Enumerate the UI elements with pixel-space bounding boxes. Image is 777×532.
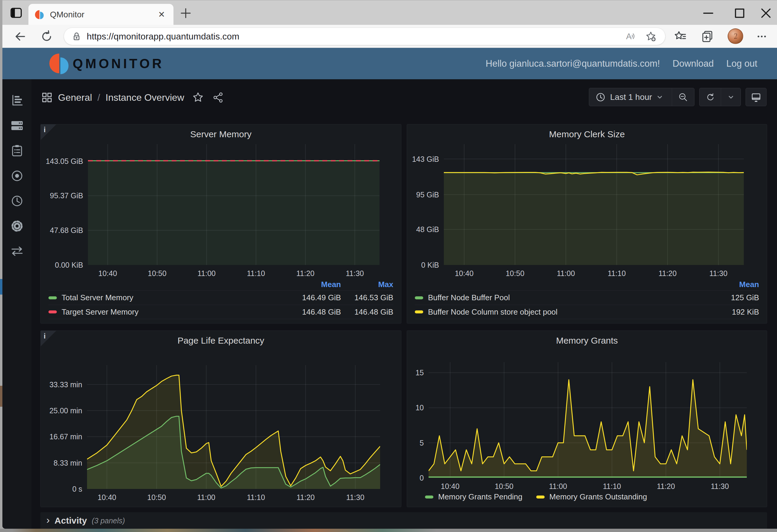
row-title: Activity [54, 516, 87, 526]
series-label[interactable]: Buffer Node Buffer Pool [428, 293, 510, 302]
refresh-button[interactable] [699, 88, 721, 106]
breadcrumb-folder[interactable]: General [58, 92, 92, 103]
browser-tab[interactable]: QMonitor ✕ [28, 4, 174, 25]
x-axis-tick-label: 11:20 [296, 493, 315, 502]
clipboard-list-icon[interactable] [10, 144, 24, 157]
logout-link[interactable]: Log out [727, 58, 757, 69]
profile-avatar[interactable]: 2 [728, 28, 743, 44]
y-axis-tick-label: 143.05 GiB [46, 157, 83, 166]
download-link[interactable]: Download [673, 58, 714, 69]
clock-icon[interactable] [10, 194, 24, 208]
series-color-swatch-icon [425, 496, 433, 499]
legend-row[interactable]: Total Server Memory146.49 GiB146.53 GiB [48, 290, 393, 305]
legend-column-header[interactable]: Max [341, 280, 393, 289]
breadcrumb-separator: / [98, 92, 100, 103]
series-label[interactable]: Target Server Memory [62, 307, 138, 317]
series-stat-value: 146.48 GiB [289, 307, 341, 317]
panel-title[interactable]: Server Memory [41, 129, 401, 139]
panel-title[interactable]: Memory Clerk Size [407, 129, 767, 139]
refresh-interval-dropdown[interactable] [721, 88, 741, 106]
legend-column-header[interactable]: Mean [707, 280, 759, 289]
panel-legend: Memory Grants PendingMemory Grants Outst… [425, 492, 647, 502]
time-range-group: Last 1 hour [589, 88, 694, 106]
record-circle-icon[interactable] [10, 169, 24, 183]
collapsed-row-activity[interactable]: › Activity (3 panels) [40, 512, 767, 529]
tab-actions-icon[interactable] [10, 7, 22, 19]
y-axis-tick-label: 0 KiB [421, 261, 439, 270]
panel-title[interactable]: Memory Grants [407, 335, 767, 346]
desktop-wallpaper-sliver [0, 386, 2, 407]
back-button[interactable] [14, 30, 27, 43]
x-axis-tick-label: 10:50 [495, 482, 514, 491]
series-label[interactable]: Total Server Memory [62, 293, 133, 302]
gear-icon[interactable] [10, 219, 24, 233]
browser-menu-icon[interactable] [755, 30, 769, 43]
y-axis-tick-label: 5 [420, 438, 424, 447]
legend-item[interactable]: Memory Grants Outstanding [536, 492, 647, 502]
app-header: QMONITOR Hello gianluca.sartori@quantumd… [2, 48, 777, 79]
panel-legend: MeanBuffer Node Buffer Pool125 GiBBuffer… [415, 279, 759, 319]
avatar-coin-glyph: 2 [733, 31, 739, 41]
legend-column-header[interactable]: Mean [289, 280, 341, 289]
y-axis-tick-label: 95 GiB [416, 190, 439, 199]
chevron-right-icon: › [46, 515, 49, 525]
legend-item[interactable]: Memory Grants Pending [425, 492, 523, 502]
dashboards-grid-icon[interactable] [41, 92, 52, 103]
read-aloud-icon[interactable]: A [625, 30, 637, 42]
new-tab-button[interactable] [179, 6, 193, 20]
x-axis-tick-label: 11:00 [197, 493, 215, 502]
breadcrumb-title[interactable]: Instance Overview [106, 92, 184, 103]
app-logo[interactable]: QMONITOR [49, 52, 164, 75]
y-axis-tick-label: 0.00 KiB [55, 261, 83, 270]
favorite-dashboard-star-icon[interactable] [192, 92, 204, 103]
servers-icon[interactable] [10, 119, 24, 132]
series-color-swatch-icon [415, 296, 423, 299]
legend-row[interactable]: Buffer Node Column store object pool192 … [415, 305, 759, 319]
swap-arrows-icon[interactable] [10, 244, 24, 258]
series-color-swatch-icon [536, 496, 545, 499]
series-stat-value: 146.53 GiB [341, 293, 393, 302]
series-color-swatch-icon [48, 310, 57, 313]
row-panel-count: (3 panels) [92, 516, 125, 525]
desktop-wallpaper-strip [0, 529, 777, 532]
y-axis-tick-label: 95.37 GiB [50, 191, 83, 200]
window-maximize-button[interactable] [732, 6, 747, 21]
address-bar[interactable]: https://qmonitorapp.quantumdatis.com A [64, 27, 665, 45]
series-label: Memory Grants Pending [438, 492, 523, 502]
window-close-button[interactable] [759, 6, 773, 21]
zoom-out-button[interactable] [672, 88, 694, 106]
panel-memory-grants: Memory Grants Memory Grants PendingMemor… [407, 330, 767, 507]
legend-row[interactable]: Target Server Memory146.48 GiB146.48 GiB [48, 305, 393, 319]
breadcrumb: General / Instance Overview [41, 89, 224, 106]
x-axis-tick-label: 11:30 [710, 482, 729, 491]
x-axis-tick-label: 11:30 [346, 269, 364, 278]
panel-memory-clerk-size: Memory Clerk Size MeanBuffer Node Buffer… [407, 124, 767, 324]
bar-chart-icon[interactable] [10, 94, 24, 107]
time-range-picker[interactable]: Last 1 hour [589, 88, 672, 106]
logo-text: QMONITOR [73, 56, 164, 71]
reload-button[interactable] [40, 30, 53, 43]
share-icon[interactable] [212, 92, 224, 103]
x-axis-tick-label: 11:20 [659, 269, 677, 278]
dashboard-controls: Last 1 hour [589, 88, 767, 106]
x-axis-tick-label: 11:00 [197, 269, 216, 278]
desktop-wallpaper-sliver [0, 279, 2, 295]
x-axis-tick-label: 11:10 [247, 269, 265, 278]
series-label[interactable]: Buffer Node Column store object pool [428, 307, 557, 317]
x-axis-tick-label: 10:40 [98, 493, 116, 502]
url-text: https://qmonitorapp.quantumdatis.com [87, 31, 625, 41]
panel-title[interactable]: Page Life Expectancy [41, 335, 401, 346]
series-color-swatch-icon [415, 310, 423, 313]
add-favorite-icon[interactable] [645, 30, 657, 42]
kiosk-mode-button[interactable] [746, 88, 767, 106]
x-axis-tick-label: 11:20 [657, 482, 675, 491]
favorites-icon[interactable] [673, 30, 687, 43]
chevron-down-icon [728, 94, 735, 101]
x-axis-tick-label: 11:10 [247, 493, 265, 502]
tab-close-icon[interactable]: ✕ [158, 10, 165, 19]
window-minimize-button[interactable] [701, 6, 716, 21]
legend-row[interactable]: Buffer Node Buffer Pool125 GiB [415, 290, 759, 305]
x-axis-tick-label: 10:40 [455, 269, 474, 278]
monitor-icon [750, 92, 762, 103]
collections-icon[interactable] [700, 30, 714, 43]
